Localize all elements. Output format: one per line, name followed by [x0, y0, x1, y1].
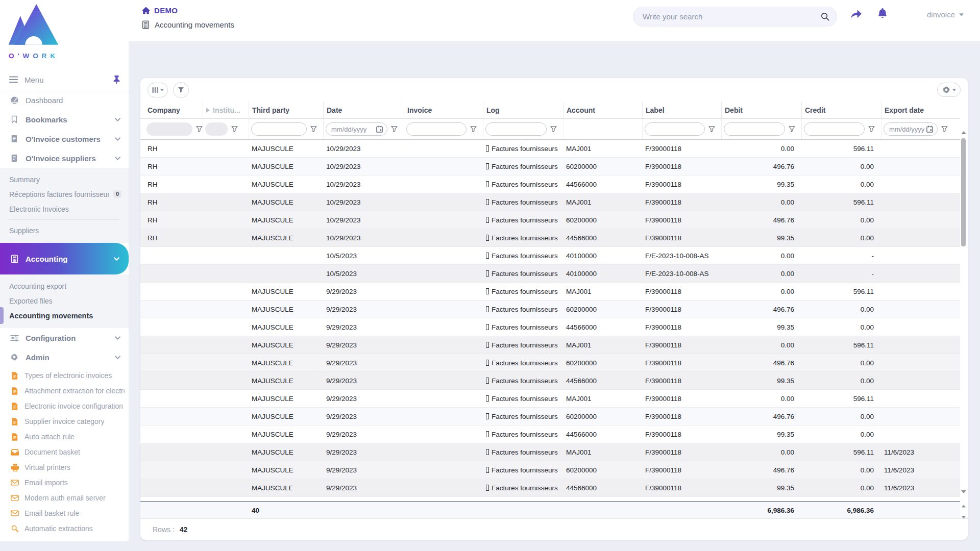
search-icon[interactable] [821, 12, 829, 21]
column-header-credit[interactable]: Credit [801, 102, 881, 118]
table-row[interactable]: MAJUSCULE9/29/2023Factures fournisseurs4… [140, 372, 960, 390]
sidebar-item-email-basket-rule[interactable]: Email basket rule [0, 506, 129, 521]
filter-cell-third-party [249, 119, 323, 139]
totals-scroll-up-icon[interactable] [961, 505, 966, 508]
divider [9, 219, 119, 220]
breadcrumb[interactable]: DEMO [142, 6, 178, 15]
sidebar-item-r-ceptions-factures-fournisseurs[interactable]: Réceptions factures fournisseurs0 [0, 187, 129, 202]
column-header-third-party[interactable]: Third party [249, 102, 323, 118]
table-row[interactable]: RHMAJUSCULE10/29/2023Factures fournisseu… [140, 176, 960, 193]
sidebar-item-email-imports[interactable]: Email imports [0, 475, 129, 490]
sidebar-item-auto-attach-rule[interactable]: Auto attach rule [0, 429, 129, 444]
table-row[interactable]: MAJUSCULE9/29/2023Factures fournisseurs4… [140, 425, 960, 443]
vertical-scrollbar[interactable] [960, 131, 967, 496]
funnel-icon[interactable] [941, 126, 948, 132]
filter-date-input[interactable]: mm/dd/yyyy [326, 122, 387, 136]
table-row[interactable]: RHMAJUSCULE10/29/2023Factures fournisseu… [140, 140, 960, 158]
table-row[interactable]: MAJUSCULE9/29/2023Factures fournisseursM… [140, 283, 960, 300]
pin-sidebar-icon[interactable] [113, 75, 120, 84]
sidebar-item-admin[interactable]: Admin [0, 347, 129, 367]
column-header-date[interactable]: Date [323, 102, 404, 118]
column-header-account[interactable]: Account [563, 102, 642, 118]
sidebar-item-electronic-invoice-configuration[interactable]: Electronic invoice configuration [0, 398, 129, 414]
funnel-icon[interactable] [196, 126, 203, 132]
table-row[interactable]: RHMAJUSCULE10/29/2023Factures fournisseu… [140, 211, 960, 229]
scrollbar-thumb[interactable] [961, 138, 966, 246]
table-row[interactable]: RHMAJUSCULE10/29/2023Factures fournisseu… [140, 193, 960, 211]
column-header-export-date[interactable]: Export date [881, 102, 954, 118]
sidebar-item-accounting-movements[interactable]: Accounting movements [0, 308, 129, 323]
cell-log: Factures fournisseurs [483, 359, 563, 367]
table-row[interactable]: MAJUSCULE9/29/2023Factures fournisseurs4… [140, 318, 960, 336]
filter-text-input[interactable] [257, 126, 302, 133]
sidebar-item-dashboard[interactable]: Dashboard [0, 90, 129, 110]
table-row[interactable]: RHMAJUSCULE10/29/2023Factures fournisseu… [140, 158, 960, 176]
expand-group-icon[interactable] [206, 108, 210, 113]
table-row[interactable]: MAJUSCULE9/29/2023Factures fournisseurs6… [140, 300, 960, 318]
sidebar-item-attachment-extraction-for-electron[interactable]: Attachment extraction for electron [0, 383, 129, 398]
sidebar-item-suppliers[interactable]: Suppliers [0, 223, 129, 238]
sidebar-item-accounting-export[interactable]: Accounting export [0, 279, 129, 293]
menu-toggle[interactable]: Menu [0, 69, 129, 90]
funnel-icon[interactable] [708, 126, 715, 132]
share-icon[interactable] [850, 9, 862, 19]
user-menu[interactable]: dinvoice [927, 10, 964, 19]
table-row[interactable]: MAJUSCULE9/29/2023Factures fournisseursM… [140, 443, 960, 461]
table-row[interactable]: MAJUSCULE9/29/2023Factures fournisseursM… [140, 390, 960, 408]
calendar-icon[interactable] [376, 126, 383, 133]
sidebar-item-electronic-invoices[interactable]: Electronic Invoices [0, 202, 129, 216]
funnel-icon[interactable] [550, 126, 557, 132]
sidebar-item-accounting[interactable]: Accounting [0, 243, 129, 274]
column-header-label[interactable]: Label [642, 102, 721, 118]
table-row[interactable]: MAJUSCULE9/29/2023Factures fournisseurs6… [140, 461, 960, 479]
sidebar-item-supplier-invoice-category[interactable]: Supplier invoice category [0, 414, 129, 429]
funnel-icon[interactable] [310, 126, 317, 132]
sidebar-item-modern-auth-email-server[interactable]: Modern auth email server [0, 490, 129, 506]
columns-button[interactable] [148, 83, 168, 97]
table-row[interactable]: MAJUSCULE9/29/2023Factures fournisseurs6… [140, 354, 960, 372]
column-header-company[interactable]: Company [144, 102, 203, 118]
filter-date-input[interactable]: mm/dd/yyyy [884, 122, 938, 136]
sidebar-item-summary[interactable]: Summary [0, 172, 129, 187]
funnel-icon[interactable] [868, 126, 875, 132]
funnel-icon[interactable] [789, 126, 795, 132]
filter-button[interactable] [173, 82, 189, 98]
sidebar-item-exported-files[interactable]: Exported files [0, 293, 129, 308]
sidebar-item-virtual-printers[interactable]: Virtual printers [0, 460, 129, 475]
table-row[interactable]: 10/5/2023Factures fournisseurs40100000F/… [140, 247, 960, 265]
funnel-icon[interactable] [231, 126, 238, 132]
sidebar-item-o-invoice-suppliers[interactable]: O'Invoice suppliers [0, 148, 129, 168]
sidebar-item-workflow-status[interactable]: Workflow status [0, 536, 129, 541]
cell-account: 60200000 [563, 359, 642, 367]
sidebar-item-automatic-extractions[interactable]: Automatic extractions [0, 521, 129, 536]
funnel-icon[interactable] [391, 126, 398, 132]
filter-text-input[interactable] [810, 126, 860, 133]
table-row[interactable]: MAJUSCULE9/29/2023Factures fournisseurs4… [140, 479, 960, 497]
column-header-institu-[interactable]: Institu... [203, 102, 249, 118]
sidebar-item-document-basket[interactable]: Document basket [0, 444, 129, 460]
filter-text-input[interactable] [729, 126, 780, 133]
table-row[interactable]: MAJUSCULE9/29/2023Factures fournisseursM… [140, 336, 960, 354]
sidebar-item-configuration[interactable]: Configuration [0, 328, 129, 347]
filter-text-input[interactable] [412, 126, 462, 133]
column-header-invoice[interactable]: Invoice [404, 102, 483, 118]
column-header-debit[interactable]: Debit [721, 102, 801, 118]
table-settings-button[interactable] [937, 83, 961, 97]
scroll-down-icon[interactable] [960, 490, 967, 496]
column-header-log[interactable]: Log [483, 102, 563, 118]
table-row[interactable]: MAJUSCULE9/29/2023Factures fournisseurs6… [140, 408, 960, 425]
table-row[interactable]: RHMAJUSCULE10/29/2023Factures fournisseu… [140, 229, 960, 247]
sidebar-item-types-of-electronic-invoices[interactable]: Types of electronic invoices [0, 368, 129, 383]
search-input[interactable] [643, 12, 821, 21]
cell-credit: - [801, 270, 881, 278]
bell-icon[interactable] [878, 8, 887, 19]
table-row[interactable]: 10/5/2023Factures fournisseurs40100000F/… [140, 265, 960, 283]
sidebar-item-bookmarks[interactable]: Bookmarks [0, 110, 129, 129]
filter-text-input[interactable] [491, 126, 542, 133]
filter-text-input[interactable] [650, 126, 700, 133]
totals-scroll-down-icon[interactable] [961, 516, 966, 519]
scroll-up-icon[interactable] [960, 131, 967, 137]
calendar-icon[interactable] [926, 126, 933, 133]
sidebar-item-o-invoice-customers[interactable]: O'Invoice customers [0, 129, 129, 148]
funnel-icon[interactable] [470, 126, 477, 132]
